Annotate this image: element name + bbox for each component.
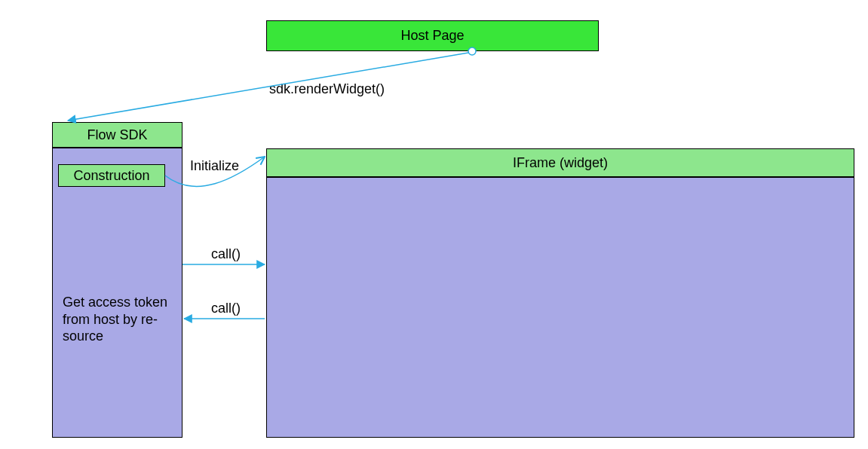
node-construction-label: Construction — [73, 168, 149, 184]
svg-line-1 — [68, 53, 468, 121]
node-flow-sdk-header: Flow SDK — [52, 122, 182, 148]
node-flow-sdk-label: Flow SDK — [87, 127, 147, 143]
node-iframe-header: IFrame (widget) — [266, 148, 854, 177]
note-access-token: Get access token from host by re­source — [63, 294, 176, 345]
node-flow-sdk-body — [52, 148, 182, 438]
edge-render-widget-label: sdk.renderWidget() — [269, 81, 385, 97]
node-construction: Construction — [58, 164, 165, 187]
node-host-page: Host Page — [266, 20, 599, 51]
edge-initialize-label: Initialize — [190, 158, 239, 174]
diagram-stage: Host Page Flow SDK Construction Get acce… — [0, 0, 868, 449]
node-host-page-label: Host Page — [400, 28, 464, 44]
node-iframe-body — [266, 177, 854, 438]
node-iframe-label: IFrame (widget) — [513, 155, 608, 171]
edge-call-back-label: call() — [211, 301, 241, 316]
edge-call-out-label: call() — [211, 246, 241, 262]
